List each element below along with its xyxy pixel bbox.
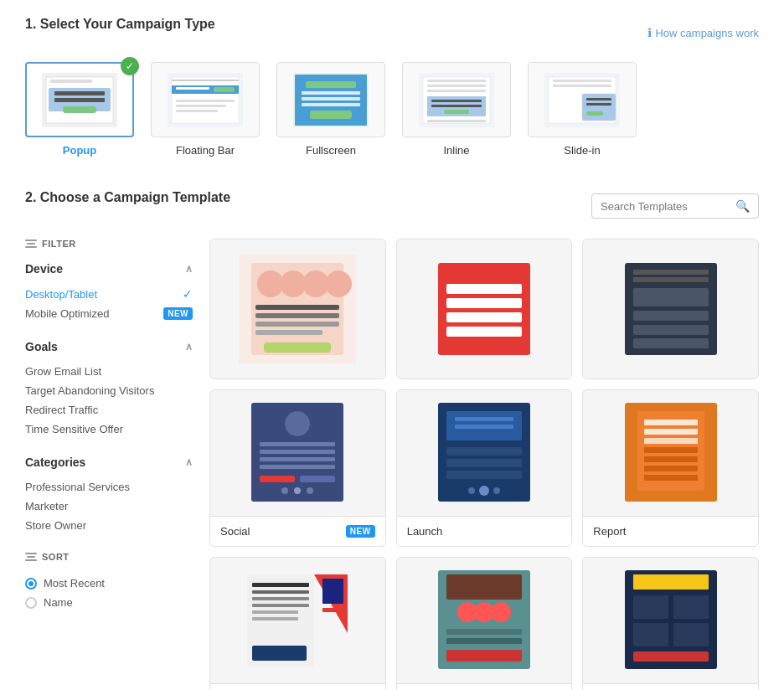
chevron-up-icon: ∧ (185, 263, 193, 275)
sidebar-device-section: Device ∧ Desktop/Tablet ✓ Mobile Optimiz… (25, 262, 193, 323)
sidebar-item-time-sensitive[interactable]: Time Sensitive Offer (25, 420, 193, 439)
svg-rect-85 (446, 471, 522, 479)
svg-point-76 (294, 487, 301, 494)
svg-rect-63 (633, 311, 709, 321)
svg-rect-11 (176, 87, 209, 90)
template-social[interactable]: Social NEW (209, 389, 386, 547)
sort-most-recent[interactable]: Most Recent (25, 574, 193, 593)
svg-rect-104 (252, 604, 309, 607)
svg-rect-125 (633, 623, 668, 646)
how-campaigns-link[interactable]: ℹ How campaigns work (647, 26, 759, 39)
template-promo[interactable]: Promo NEW (582, 239, 759, 379)
svg-rect-72 (260, 465, 335, 469)
svg-rect-84 (446, 459, 522, 467)
svg-rect-9 (172, 80, 239, 81)
donate-footer: Donate NEW (210, 378, 385, 379)
sidebar-item-marketer[interactable]: Marketer (25, 497, 193, 516)
sort-name[interactable]: Name (25, 593, 193, 612)
svg-rect-74 (300, 476, 335, 482)
report-preview (583, 390, 758, 516)
sidebar-item-mobile-optimized[interactable]: Mobile Optimized NEW (25, 304, 193, 323)
page-container: 1. Select Your Campaign Type ℹ How campa… (0, 0, 784, 690)
svg-rect-73 (260, 476, 295, 482)
campaign-type-slide-in[interactable]: Slide-in (528, 62, 637, 157)
section1-title: 1. Select Your Campaign Type (25, 17, 215, 32)
svg-rect-32 (427, 120, 486, 122)
sidebar-item-desktop-tablet[interactable]: Desktop/Tablet ✓ (25, 284, 193, 304)
svg-rect-54 (446, 284, 522, 294)
svg-rect-49 (255, 322, 339, 327)
campaign-type-floating-bar[interactable]: Floating Bar (151, 62, 260, 157)
campaign-type-fullscreen-label: Fullscreen (306, 144, 356, 157)
svg-rect-113 (446, 574, 522, 600)
svg-rect-70 (260, 450, 335, 454)
template-report[interactable]: Report (582, 389, 759, 547)
sidebar: FILTER Device ∧ Desktop/Tablet ✓ Mobile … (25, 239, 193, 690)
social-name: Social (220, 525, 250, 538)
svg-rect-14 (176, 105, 226, 107)
svg-rect-118 (446, 638, 522, 644)
svg-rect-101 (252, 583, 309, 587)
template-8[interactable] (396, 557, 573, 690)
main-layout: FILTER Device ∧ Desktop/Tablet ✓ Mobile … (25, 239, 759, 690)
svg-rect-108 (322, 579, 343, 604)
goals-section-header[interactable]: Goals ∧ (25, 340, 193, 353)
chevron-up-goals-icon: ∧ (185, 341, 193, 353)
svg-rect-35 (553, 80, 611, 82)
svg-rect-97 (644, 466, 698, 471)
social-badge: NEW (346, 525, 375, 538)
template-9[interactable] (582, 557, 759, 690)
section2-title: 2. Choose a Campaign Template (25, 190, 230, 205)
search-input[interactable] (601, 200, 735, 213)
svg-rect-4 (54, 91, 105, 95)
template-grid: Donate NEW (209, 239, 759, 690)
template-7[interactable] (209, 557, 386, 690)
svg-point-87 (479, 486, 489, 496)
svg-rect-96 (644, 456, 698, 462)
categories-section-header[interactable]: Categories ∧ (25, 456, 193, 469)
svg-rect-31 (444, 110, 469, 114)
template-alert[interactable]: Alert NEW (396, 239, 573, 379)
sidebar-item-store-owner[interactable]: Store Owner (25, 516, 193, 535)
svg-rect-103 (252, 597, 309, 600)
svg-point-77 (307, 487, 313, 494)
sort-icon (25, 553, 37, 561)
checkmark-icon: ✓ (183, 287, 193, 301)
svg-rect-37 (582, 94, 616, 121)
social-preview (210, 390, 385, 516)
device-section-header[interactable]: Device ∧ (25, 262, 193, 275)
alert-preview (397, 239, 572, 378)
campaign-type-floating-bar-label: Floating Bar (176, 144, 235, 157)
campaign-type-popup[interactable]: ✓ Popup (25, 62, 134, 157)
floating-bar-preview-image (168, 73, 243, 127)
sidebar-item-grow-email[interactable]: Grow Email List (25, 362, 193, 381)
sidebar-item-redirect-traffic[interactable]: Redirect Traffic (25, 400, 193, 420)
inline-preview-image (419, 73, 494, 127)
svg-point-86 (468, 487, 475, 494)
section2-header: 2. Choose a Campaign Template 🔍 (25, 190, 759, 222)
svg-rect-21 (302, 103, 360, 106)
template8-preview (397, 558, 572, 683)
search-box[interactable]: 🔍 (591, 193, 759, 219)
svg-rect-26 (427, 85, 486, 87)
sidebar-item-professional[interactable]: Professional Services (25, 477, 193, 497)
svg-rect-38 (586, 98, 611, 100)
template-donate[interactable]: Donate NEW (209, 239, 386, 379)
campaign-type-inline[interactable]: Inline (402, 62, 511, 157)
sidebar-item-target-abandoning[interactable]: Target Abandoning Visitors (25, 381, 193, 400)
template-launch[interactable]: Launch (396, 389, 573, 547)
svg-rect-6 (63, 106, 96, 113)
campaign-type-fullscreen[interactable]: Fullscreen (276, 62, 385, 157)
filter-header: FILTER (25, 239, 193, 249)
svg-rect-12 (214, 87, 235, 92)
svg-rect-123 (633, 595, 668, 619)
promo-footer: Promo NEW (583, 378, 758, 379)
svg-rect-105 (252, 610, 298, 614)
svg-rect-19 (302, 91, 360, 95)
svg-rect-13 (176, 100, 235, 102)
svg-rect-81 (455, 417, 513, 421)
svg-rect-61 (633, 277, 709, 282)
launch-footer: Launch (397, 516, 572, 546)
svg-rect-53 (438, 263, 530, 355)
section1-header: 1. Select Your Campaign Type ℹ How campa… (25, 17, 759, 49)
